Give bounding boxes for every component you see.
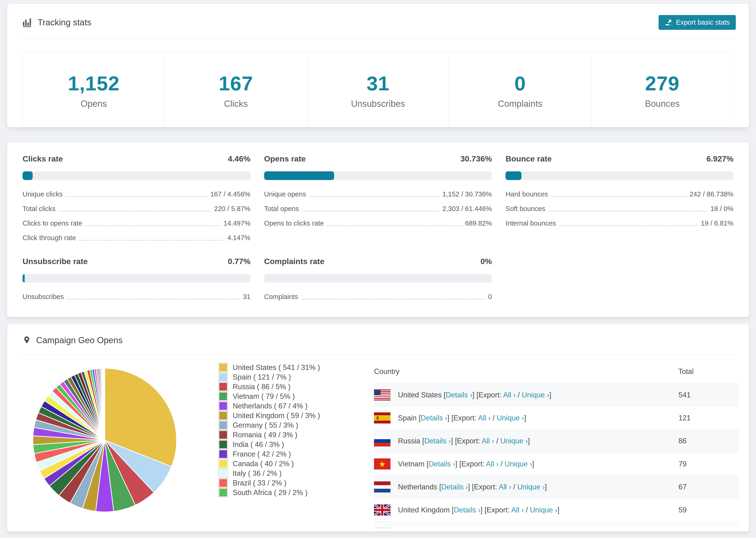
legend-swatch-color bbox=[219, 431, 227, 439]
geo-export-all-link[interactable]: All › bbox=[482, 437, 494, 445]
country-links: United States [Details ›] [Export: All ›… bbox=[398, 391, 551, 399]
dotted-leader bbox=[79, 240, 225, 241]
legend-swatch-color bbox=[219, 383, 227, 391]
geo-export-all-link[interactable]: All › bbox=[478, 414, 490, 422]
dotted-leader bbox=[67, 299, 240, 299]
geo-export-unique-link[interactable]: Unique › bbox=[500, 437, 528, 445]
legend-swatch-color bbox=[219, 489, 227, 497]
geo-details-link[interactable]: Details › bbox=[428, 460, 455, 468]
legend-item-spain: Spain ( 121 / 7% ) bbox=[218, 372, 346, 382]
dotted-leader bbox=[309, 196, 440, 197]
rate-row-label: Clicks to opens rate bbox=[23, 219, 82, 227]
country-cell-content: United States [Details ›] [Export: All ›… bbox=[374, 389, 678, 401]
total-cell: 79 bbox=[678, 453, 739, 476]
geo-table-wrap: Country Total United States [Details ›] … bbox=[374, 360, 739, 532]
rate-row-value: 242 / 86.738% bbox=[689, 190, 733, 198]
summary-card-bounces: 279Bounces bbox=[591, 52, 733, 127]
geo-legend: United States ( 541 / 31% )Spain ( 121 /… bbox=[218, 360, 346, 497]
rate-row-label: Opens to clicks rate bbox=[264, 219, 324, 227]
rate-row: Unique clicks167 / 4.456% bbox=[23, 190, 250, 198]
stat-value: 0 bbox=[449, 72, 591, 95]
rate-title: Clicks rate bbox=[23, 154, 63, 163]
geo-details-link[interactable]: Details › bbox=[432, 529, 459, 532]
rates-card: Clicks rate4.46%Unique clicks167 / 4.456… bbox=[7, 142, 749, 317]
rate-row: Hard bounces242 / 86.738% bbox=[506, 190, 733, 198]
country-cell-content: Germany [Details ›] [Export: All › / Uni… bbox=[374, 527, 678, 532]
rate-title: Unsubscribe rate bbox=[23, 257, 88, 266]
geo-export-unique-link[interactable]: Unique › bbox=[497, 414, 524, 422]
legend-item-italy: Italy ( 36 / 2% ) bbox=[218, 468, 346, 478]
legend-item-south-africa: South Africa ( 29 / 2% ) bbox=[218, 488, 346, 497]
stat-value: 31 bbox=[307, 72, 449, 95]
rate-title: Complaints rate bbox=[264, 257, 324, 266]
geo-details-link[interactable]: Details › bbox=[441, 483, 468, 491]
country-links: Russia [Details ›] [Export: All › / Uniq… bbox=[398, 437, 530, 445]
rate-row-label: Total clicks bbox=[23, 205, 55, 213]
rate-row-value: 14.497% bbox=[224, 219, 250, 227]
de-flag-icon bbox=[374, 527, 391, 532]
geo-title: Campaign Geo Opens bbox=[36, 336, 123, 345]
stat-value: 167 bbox=[165, 72, 307, 95]
geo-export-unique-link[interactable]: Unique › bbox=[517, 483, 545, 491]
legend-item-india: India ( 46 / 3% ) bbox=[218, 440, 346, 449]
legend-swatch bbox=[218, 440, 228, 449]
legend-item-russia: Russia ( 86 / 5% ) bbox=[218, 382, 346, 392]
rate-row-value: 220 / 5.87% bbox=[214, 205, 250, 213]
progress-bar bbox=[23, 171, 250, 180]
country-links: Vietnam [Details ›] [Export: All › / Uni… bbox=[398, 460, 534, 468]
country-cell: United Kingdom [Details ›] [Export: All … bbox=[374, 499, 678, 521]
rate-rows: Unique clicks167 / 4.456%Total clicks220… bbox=[23, 190, 250, 242]
geo-details-link[interactable]: Details › bbox=[446, 391, 472, 399]
geo-export-all-link[interactable]: All › bbox=[486, 460, 499, 468]
rate-row-label: Unsubscribes bbox=[23, 293, 64, 301]
rate-header: Clicks rate4.46% bbox=[23, 154, 250, 163]
legend-swatch bbox=[218, 392, 228, 401]
table-row-de: Germany [Details ›] [Export: All › / Uni… bbox=[374, 521, 739, 532]
geo-details-link[interactable]: Details › bbox=[454, 506, 481, 514]
table-row-nl: Netherlands [Details ›] [Export: All › /… bbox=[374, 476, 739, 499]
rate-row: Unsubscribes31 bbox=[23, 293, 250, 301]
country-cell-content: Spain [Details ›] [Export: All › / Uniqu… bbox=[374, 412, 678, 423]
legend-label: Vietnam ( 79 / 5% ) bbox=[233, 392, 295, 401]
total-cell: 121 bbox=[678, 406, 739, 430]
dotted-leader bbox=[85, 225, 221, 226]
rate-row: Unique opens1,152 / 30.736% bbox=[264, 190, 492, 198]
rate-row-value: 19 / 6.81% bbox=[701, 219, 733, 227]
rate-row: Total clicks220 / 5.87% bbox=[23, 205, 250, 213]
export-basic-stats-button[interactable]: Export basic stats bbox=[659, 15, 736, 30]
country-cell: Spain [Details ›] [Export: All › / Uniqu… bbox=[374, 406, 678, 430]
rate-row-value: 2,303 / 61.446% bbox=[442, 205, 492, 213]
geo-details-link[interactable]: Details › bbox=[424, 437, 451, 445]
rate-row-label: Unique clicks bbox=[23, 190, 63, 198]
rate-rows: Unique opens1,152 / 30.736%Total opens2,… bbox=[264, 190, 492, 227]
divider bbox=[23, 39, 736, 39]
geo-export-unique-link[interactable]: Unique › bbox=[530, 506, 557, 514]
es-flag-icon bbox=[374, 412, 391, 423]
rate-row-label: Click through rate bbox=[23, 234, 76, 242]
legend-label: Canada ( 40 / 2% ) bbox=[233, 459, 294, 468]
summary-card-clicks: 167Clicks bbox=[165, 52, 307, 127]
rate-row: Clicks to opens rate14.497% bbox=[23, 219, 250, 227]
geo-export-unique-link[interactable]: Unique › bbox=[522, 391, 549, 399]
progress-bar-fill bbox=[506, 171, 521, 180]
nl-flag-icon bbox=[374, 481, 391, 493]
rate-row-label: Internal bounces bbox=[506, 219, 556, 227]
vn-flag-icon bbox=[374, 458, 391, 469]
table-row-us: United States [Details ›] [Export: All ›… bbox=[374, 384, 739, 406]
geo-export-unique-link[interactable]: Unique › bbox=[508, 529, 536, 532]
geo-export-all-link[interactable]: All › bbox=[503, 391, 515, 399]
legend-swatch-color bbox=[219, 393, 227, 400]
total-cell: 86 bbox=[678, 430, 739, 453]
pie-slice-other bbox=[104, 368, 105, 440]
stat-label: Bounces bbox=[591, 99, 733, 109]
geo-export-all-link[interactable]: All › bbox=[489, 529, 502, 532]
rate-header: Unsubscribe rate0.77% bbox=[23, 257, 250, 266]
geo-export-all-link[interactable]: All › bbox=[499, 483, 511, 491]
rate-row-label: Hard bounces bbox=[506, 190, 548, 198]
progress-bar-fill bbox=[23, 171, 33, 180]
rate-value: 0.77% bbox=[228, 257, 250, 266]
geo-export-unique-link[interactable]: Unique › bbox=[505, 460, 532, 468]
geo-export-all-link[interactable]: All › bbox=[511, 506, 523, 514]
geo-details-link[interactable]: Details › bbox=[421, 414, 448, 422]
dotted-leader bbox=[301, 299, 485, 299]
